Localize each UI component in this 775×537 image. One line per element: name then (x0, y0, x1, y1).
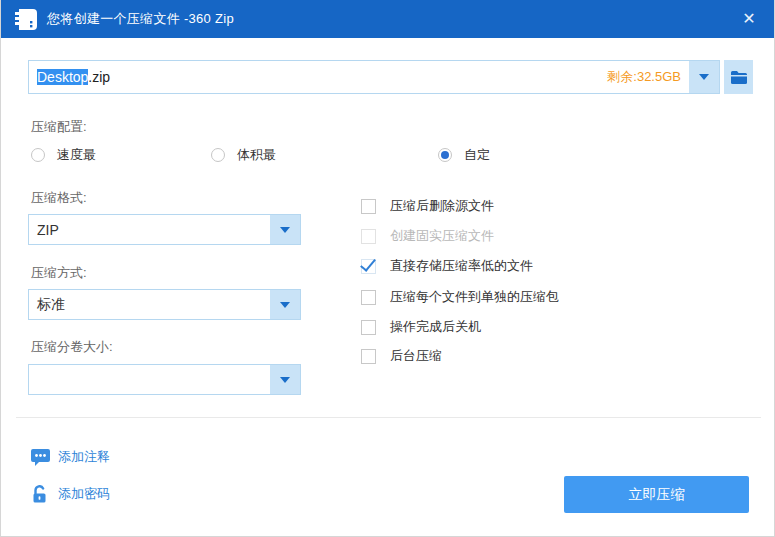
format-select[interactable]: ZIP (28, 214, 301, 245)
checkbox-label: 操作完成后关机 (390, 318, 481, 336)
radio-selected-icon (438, 148, 452, 162)
radio-label: 体积最 (237, 146, 276, 164)
format-dropdown-button[interactable] (270, 215, 300, 244)
format-label: 压缩格式: (31, 189, 87, 207)
checkbox-label: 直接存储压缩率低的文件 (390, 257, 533, 275)
volume-size-value (29, 365, 270, 394)
chevron-down-icon (280, 227, 290, 233)
add-password-link[interactable]: 添加密码 (31, 485, 110, 503)
method-label: 压缩方式: (31, 264, 87, 282)
title-bar: 您将创建一个压缩文件 -360 Zip ✕ (0, 0, 775, 38)
checkbox-label: 压缩后删除源文件 (390, 197, 494, 215)
chevron-down-icon (699, 74, 709, 80)
checkbox-icon (361, 320, 376, 335)
checkbox-store-low-ratio-files[interactable]: 直接存储压缩率低的文件 (361, 257, 533, 275)
checkbox-label: 后台压缩 (390, 347, 442, 365)
chevron-down-icon (280, 377, 290, 383)
folder-icon (731, 71, 747, 84)
app-logo-icon (14, 9, 38, 30)
checkbox-separate-archives[interactable]: 压缩每个文件到单独的压缩包 (361, 288, 559, 306)
close-icon[interactable]: ✕ (737, 8, 761, 30)
footer-divider (16, 417, 761, 418)
radio-fastest-speed[interactable]: 速度最 (31, 146, 96, 164)
create-archive-dialog: 您将创建一个压缩文件 -360 Zip ✕ Desktop.zip 剩余:32.… (0, 0, 775, 537)
checkbox-disabled-icon (361, 229, 376, 244)
checkbox-checked-icon (361, 259, 376, 274)
radio-icon (31, 148, 45, 162)
compress-now-button[interactable]: 立即压缩 (564, 476, 749, 513)
radio-label: 自定 (464, 146, 490, 164)
filename-extension: .zip (88, 69, 110, 85)
add-comment-link[interactable]: 添加注释 (31, 448, 110, 466)
chevron-down-icon (280, 302, 290, 308)
radio-icon (211, 148, 225, 162)
method-value: 标准 (29, 290, 270, 319)
method-select[interactable]: 标准 (28, 289, 301, 320)
radio-smallest-size[interactable]: 体积最 (211, 146, 276, 164)
config-section-label: 压缩配置: (31, 118, 87, 136)
archive-filename-field: Desktop.zip 剩余:32.5GB (28, 60, 720, 94)
filename-selected-text: Desktop (37, 69, 88, 85)
unlock-icon (31, 485, 50, 503)
checkbox-icon (361, 290, 376, 305)
filename-input[interactable]: Desktop.zip (29, 61, 607, 93)
comment-icon (31, 448, 50, 466)
radio-custom[interactable]: 自定 (438, 146, 490, 164)
window-title: 您将创建一个压缩文件 -360 Zip (47, 10, 234, 28)
format-value: ZIP (29, 215, 270, 244)
add-comment-label: 添加注释 (58, 448, 110, 466)
add-password-label: 添加密码 (58, 485, 110, 503)
volume-size-select[interactable] (28, 364, 301, 395)
checkbox-label: 压缩每个文件到单独的压缩包 (390, 288, 559, 306)
volume-dropdown-button[interactable] (270, 365, 300, 394)
checkbox-label: 创建固实压缩文件 (390, 227, 494, 245)
radio-label: 速度最 (57, 146, 96, 164)
checkbox-icon (361, 349, 376, 364)
checkbox-background-compress[interactable]: 后台压缩 (361, 347, 442, 365)
free-space-label: 剩余:32.5GB (607, 61, 689, 93)
checkbox-icon (361, 199, 376, 214)
filename-dropdown-button[interactable] (689, 61, 719, 93)
checkbox-shutdown-when-done[interactable]: 操作完成后关机 (361, 318, 481, 336)
method-dropdown-button[interactable] (270, 290, 300, 319)
checkbox-solid-archive: 创建固实压缩文件 (361, 227, 494, 245)
checkbox-delete-source-after[interactable]: 压缩后删除源文件 (361, 197, 494, 215)
volume-size-label: 压缩分卷大小: (31, 338, 113, 356)
browse-folder-button[interactable] (724, 60, 753, 94)
